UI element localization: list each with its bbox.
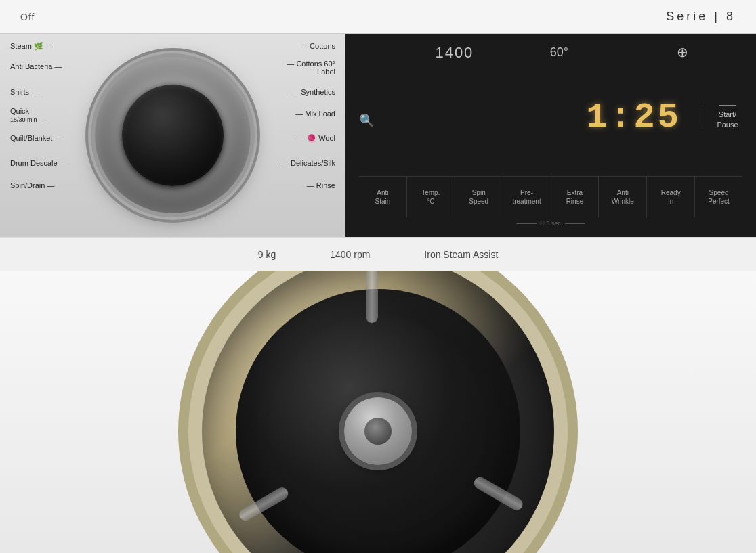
display-middle-row: 🔍 1:25 Start/Pause <box>359 65 742 169</box>
label-steam: Steam 🌿 — <box>10 42 53 51</box>
btn-anti-stain[interactable]: AntiStain <box>359 177 407 217</box>
label-drum: Drum Descale — <box>10 159 67 167</box>
tub-icon: ⊕ <box>677 44 688 60</box>
lock-icon: 🔍 <box>359 113 374 128</box>
serie-label: Serie | 8 <box>666 9 736 24</box>
label-quick: Quick15/30 min — <box>10 107 47 123</box>
btn-pretreatment[interactable]: Pre-treatment <box>503 177 551 217</box>
drum-paddle-1 <box>366 271 378 323</box>
start-pause-dash <box>719 105 736 106</box>
bottom-panel <box>0 271 756 553</box>
label-wool: — 🧶 Wool <box>297 134 335 143</box>
top-bar: Off Serie | 8 <box>0 0 756 34</box>
off-label: Off <box>20 12 35 22</box>
label-shirts: Shirts — <box>10 88 39 96</box>
btn-extra-rinse[interactable]: ExtraRinse <box>551 177 600 217</box>
label-cottons60: — Cottons 60° Label <box>287 60 335 76</box>
buttons-row: AntiStain Temp.°C SpinSpeed Pre-treatmen… <box>359 176 742 217</box>
label-cottons: — Cottons <box>300 42 335 50</box>
label-spindrain: Spin/Drain — <box>10 181 54 190</box>
btn-ready-in[interactable]: ReadyIn <box>647 177 695 217</box>
drum-inner <box>236 289 520 553</box>
display-section: 1400 60° ⊕ 🔍 1:25 Start/Pause <box>345 34 756 237</box>
btn-temp[interactable]: Temp.°C <box>407 177 455 217</box>
drum-hub <box>344 397 412 465</box>
dial-inner <box>122 85 224 186</box>
hold-hint: ☉ 3 sec. <box>359 220 742 227</box>
top-panel: Off Serie | 8 Steam 🌿 — Anti Bacteria — … <box>0 0 756 271</box>
label-mixload: — Mix Load <box>295 110 335 118</box>
info-capacity: 9 kg <box>258 249 276 260</box>
dial-section: Steam 🌿 — Anti Bacteria — Shirts — Quick… <box>0 34 345 237</box>
label-synthetics: — Synthetics <box>291 88 335 96</box>
btn-speed-perfect[interactable]: SpeedPerfect <box>695 177 742 217</box>
start-pause-label: Start/Pause <box>717 110 738 129</box>
drum-hub-inner <box>364 418 392 445</box>
info-feature: Iron Steam Assist <box>424 249 498 260</box>
label-delicates: — Delicates/Silk <box>281 159 335 167</box>
info-speed: 1400 rpm <box>330 249 370 260</box>
label-rinse: — Rinse <box>307 181 335 190</box>
btn-anti-wrinkle[interactable]: AntiWrinkle <box>599 177 647 217</box>
drum-outer-ring <box>202 271 554 553</box>
label-quilt: Quilt/Blanket — <box>10 134 62 142</box>
display-top-row: 1400 60° ⊕ <box>359 44 742 62</box>
control-area: Steam 🌿 — Anti Bacteria — Shirts — Quick… <box>0 34 756 237</box>
display-temp: 60° <box>550 45 568 60</box>
label-antibacteria: Anti Bacteria — <box>10 62 62 70</box>
drum-paddle-2 <box>472 474 525 512</box>
display-rpm: 1400 <box>435 44 474 62</box>
display-temp-area: 60° ⊕ <box>550 44 688 60</box>
start-pause-button[interactable]: Start/Pause <box>702 105 742 129</box>
drum-paddle-3 <box>237 485 290 523</box>
dial-knob[interactable] <box>95 58 251 213</box>
bottom-info-bar: 9 kg 1400 rpm Iron Steam Assist <box>0 237 756 271</box>
display-time: 1:25 <box>586 97 681 137</box>
btn-spin-speed[interactable]: SpinSpeed <box>455 177 503 217</box>
